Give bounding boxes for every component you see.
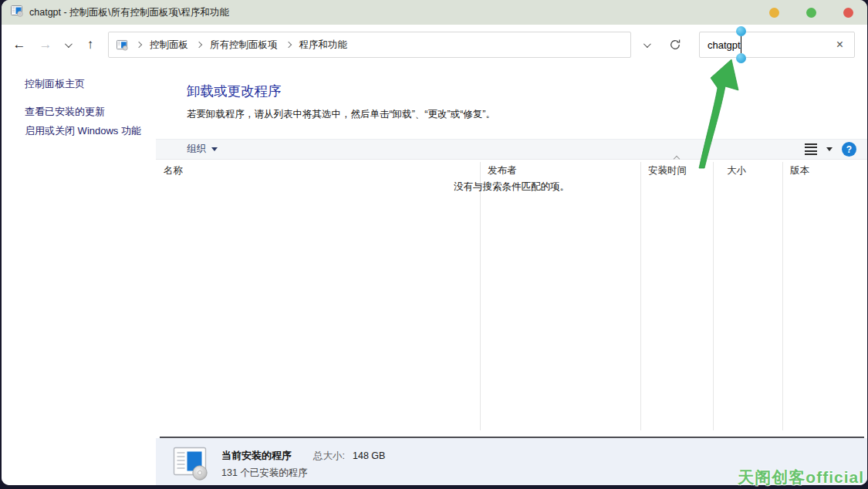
details-text: 当前安装的程序 总大小: 148 GB 131 个已安装的程序 [221, 444, 385, 480]
back-button[interactable]: ← [9, 35, 29, 55]
column-header-publisher[interactable]: 发布者 [480, 164, 640, 177]
address-bar[interactable]: 控制面板 所有控制面板项 程序和功能 [108, 32, 631, 58]
caret-icon [741, 36, 742, 53]
sidebar: 控制面板主页 查看已安装的更新 启用或关闭 Windows 功能 [2, 65, 156, 485]
column-divider[interactable] [480, 162, 481, 430]
refresh-button[interactable] [664, 33, 687, 56]
total-size-label: 总大小: [313, 450, 345, 463]
details-title: 当前安装的程序 [221, 449, 292, 463]
installed-count: 131 个已安装的程序 [221, 467, 385, 480]
organize-button[interactable]: 组织 [187, 143, 218, 156]
sort-ascending-icon [674, 157, 682, 161]
breadcrumb-programs-features[interactable]: 程序和功能 [299, 39, 348, 52]
window-controls [769, 8, 853, 18]
view-dropdown-icon[interactable] [826, 147, 833, 151]
chevron-down-icon [643, 40, 650, 48]
column-divider[interactable] [713, 162, 714, 430]
chevron-down-icon [64, 40, 72, 48]
command-bar: 组织 ? [156, 139, 867, 160]
selection-gripper-icon[interactable] [736, 53, 746, 63]
maximize-button[interactable] [806, 8, 816, 18]
page-title: 卸载或更改程序 [187, 82, 282, 100]
window-title: chatgpt - 控制面板\所有控制面板项\程序和功能 [29, 6, 229, 19]
column-divider[interactable] [782, 162, 783, 430]
selection-gripper-icon[interactable] [736, 26, 746, 36]
empty-results-message: 没有与搜索条件匹配的项。 [156, 180, 867, 194]
total-size-value: 148 GB [353, 450, 385, 461]
search-input[interactable]: chatgpt × [699, 32, 855, 58]
content-pane: 卸载或更改程序 若要卸载程序，请从列表中将其选中，然后单击“卸载”、“更改”或“… [156, 65, 867, 485]
breadcrumb-location-icon [117, 39, 128, 51]
column-header-installed-on[interactable]: 安装时间 [640, 164, 713, 177]
close-button[interactable] [843, 8, 853, 18]
up-button[interactable]: ↑ [80, 35, 100, 55]
search-value: chatgpt [708, 39, 741, 51]
column-header-version[interactable]: 版本 [782, 164, 867, 177]
breadcrumb-control-panel[interactable]: 控制面板 [150, 39, 188, 52]
title-bar[interactable]: chatgpt - 控制面板\所有控制面板项\程序和功能 [2, 0, 867, 25]
breadcrumb-separator-icon [196, 42, 202, 48]
table-header-row: 名称 发布者 安装时间 大小 版本 [156, 162, 867, 179]
page-description: 若要卸载程序，请从列表中将其选中，然后单击“卸载”、“更改”或“修复”。 [187, 108, 495, 121]
clear-search-button[interactable]: × [833, 37, 846, 52]
minimize-button[interactable] [769, 8, 779, 18]
sidebar-item-control-panel-home[interactable]: 控制面板主页 [2, 78, 156, 90]
programs-and-features-window: chatgpt - 控制面板\所有控制面板项\程序和功能 ← → ↑ 控 [2, 0, 867, 485]
text-caret [741, 32, 742, 58]
organize-label: 组织 [187, 143, 206, 156]
refresh-icon [669, 39, 681, 51]
sidebar-item-installed-updates[interactable]: 查看已安装的更新 [2, 106, 156, 118]
watermark: 天阁创客official [738, 467, 864, 488]
breadcrumb-all-items[interactable]: 所有控制面板项 [210, 39, 278, 52]
help-button[interactable]: ? [842, 142, 856, 157]
sidebar-item-windows-features[interactable]: 启用或关闭 Windows 功能 [2, 125, 156, 137]
programs-app-icon [11, 5, 23, 20]
list-view-icon[interactable] [805, 143, 817, 155]
navigation-bar: ← → ↑ 控制面板 所有控制面板项 程序和功能 [2, 25, 867, 65]
view-controls: ? [805, 142, 856, 157]
forward-button[interactable]: → [35, 35, 56, 55]
column-divider[interactable] [640, 162, 641, 430]
recent-locations-button[interactable] [57, 35, 77, 55]
dropdown-triangle-icon [211, 147, 218, 151]
breadcrumb-separator-icon [285, 42, 291, 48]
column-header-size[interactable]: 大小 [713, 164, 782, 177]
address-dropdown-button[interactable] [634, 33, 657, 56]
column-header-name[interactable]: 名称 [156, 164, 480, 177]
breadcrumb-separator-icon [136, 42, 142, 48]
programs-large-icon [173, 444, 209, 481]
main-area: 控制面板主页 查看已安装的更新 启用或关闭 Windows 功能 卸载或更改程序… [2, 65, 867, 485]
